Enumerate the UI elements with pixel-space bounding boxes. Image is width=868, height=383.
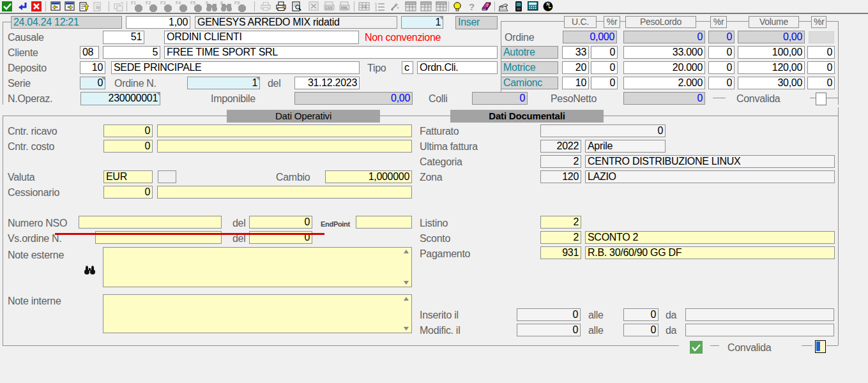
- svg-text:+a: +a: [362, 4, 367, 9]
- svg-text:?: ?: [469, 1, 475, 11]
- svg-text:N: N: [547, 2, 550, 6]
- svg-text:3: 3: [375, 8, 377, 11]
- svg-text:?: ?: [486, 3, 489, 8]
- svg-text:CSV: CSV: [325, 6, 333, 10]
- svg-text:XML: XML: [340, 6, 348, 10]
